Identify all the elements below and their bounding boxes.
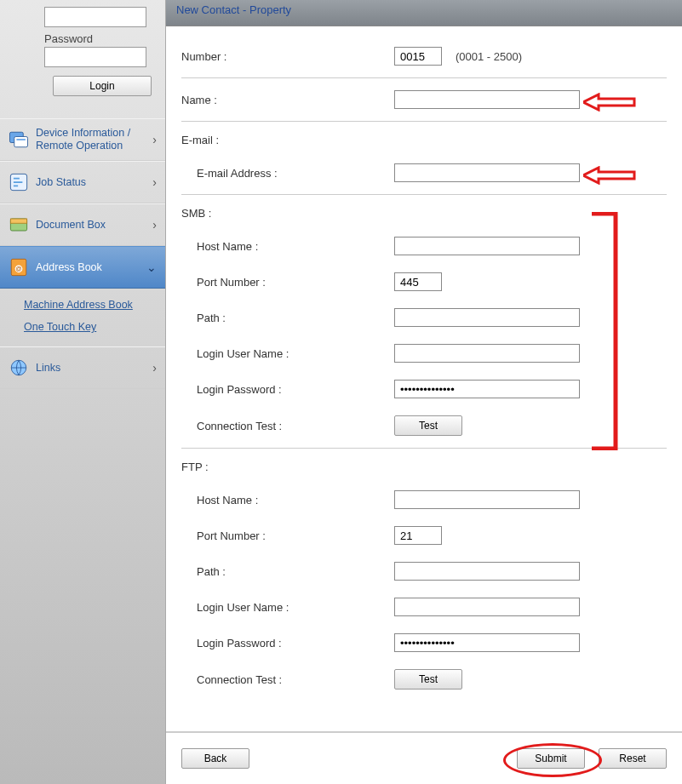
device-info-icon bbox=[7, 128, 31, 152]
sidebar-item-address-book[interactable]: @ Address Book ⌄ bbox=[0, 246, 165, 289]
nav-label-links: Links bbox=[36, 362, 152, 375]
reset-button[interactable]: Reset bbox=[599, 748, 667, 769]
email-section-label: E-mail : bbox=[181, 134, 394, 146]
subnav-one-touch-key[interactable]: One Touch Key bbox=[24, 316, 165, 338]
ftp-password-label: Login Password : bbox=[181, 637, 394, 650]
smb-path-label: Path : bbox=[181, 312, 394, 324]
smb-section-label: SMB : bbox=[181, 207, 394, 220]
chevron-right-icon: › bbox=[152, 175, 157, 189]
email-address-input[interactable] bbox=[394, 163, 580, 182]
form-wrap: Number : (0001 - 2500) Name : E-mail : E… bbox=[166, 26, 682, 731]
document-box-icon bbox=[7, 213, 31, 237]
submit-button[interactable]: Submit bbox=[517, 748, 585, 769]
row-ftp-host: Host Name : bbox=[181, 482, 667, 518]
row-ftp-user: Login User Name : bbox=[181, 589, 667, 625]
chevron-down-icon: ⌄ bbox=[146, 260, 157, 274]
main-panel: New Contact - Property Number : (0001 - … bbox=[165, 0, 682, 784]
smb-user-input[interactable] bbox=[394, 344, 580, 363]
number-range: (0001 - 2500) bbox=[456, 50, 522, 63]
nav-label-job-status: Job Status bbox=[36, 176, 152, 189]
subnav-machine-address-book[interactable]: Machine Address Book bbox=[24, 294, 165, 316]
section-ftp: FTP : bbox=[181, 452, 667, 482]
smb-host-label: Host Name : bbox=[181, 240, 394, 253]
ftp-user-input[interactable] bbox=[394, 598, 580, 616]
row-ftp-password: Login Password : bbox=[181, 625, 667, 661]
number-input[interactable] bbox=[394, 47, 442, 66]
row-number: Number : (0001 - 2500) bbox=[181, 38, 667, 74]
address-book-icon: @ bbox=[7, 255, 31, 279]
sidebar-item-links[interactable]: Links › bbox=[0, 346, 165, 389]
smb-password-input[interactable] bbox=[394, 380, 580, 398]
number-label: Number : bbox=[181, 50, 394, 63]
nav-label-address-book: Address Book bbox=[36, 261, 146, 274]
app-root: Password Login Device Information / Remo… bbox=[0, 0, 682, 784]
name-input[interactable] bbox=[394, 90, 580, 109]
row-name: Name : bbox=[181, 82, 667, 117]
panel-title: New Contact - Property bbox=[166, 0, 682, 26]
smb-conn-label: Connection Test : bbox=[181, 420, 394, 432]
ftp-host-input[interactable] bbox=[394, 490, 580, 509]
row-smb-conn-test: Connection Test : Test bbox=[181, 407, 667, 444]
sidebar: Password Login Device Information / Remo… bbox=[0, 0, 165, 784]
separator bbox=[181, 77, 667, 78]
svg-text:@: @ bbox=[16, 266, 22, 272]
row-smb-port: Port Number : bbox=[181, 264, 667, 300]
svg-rect-1 bbox=[14, 137, 28, 147]
row-smb-user: Login User Name : bbox=[181, 335, 667, 371]
ftp-host-label: Host Name : bbox=[181, 494, 394, 506]
ftp-port-input[interactable] bbox=[394, 526, 442, 545]
ftp-password-input[interactable] bbox=[394, 633, 580, 652]
links-icon bbox=[7, 356, 31, 380]
ftp-path-input[interactable] bbox=[394, 562, 580, 581]
nav-label-document-box: Document Box bbox=[36, 219, 152, 232]
ftp-conn-label: Connection Test : bbox=[181, 673, 394, 686]
ftp-test-button[interactable]: Test bbox=[394, 669, 462, 690]
svg-rect-5 bbox=[10, 219, 26, 223]
section-email: E-mail : bbox=[181, 125, 667, 155]
row-ftp-path: Path : bbox=[181, 553, 667, 589]
nav: Device Information / Remote Operation › … bbox=[0, 118, 165, 389]
panel-title-text: New Contact - Property bbox=[176, 3, 291, 16]
ftp-port-label: Port Number : bbox=[181, 529, 394, 542]
login-button[interactable]: Login bbox=[53, 76, 152, 96]
row-smb-password: Login Password : bbox=[181, 371, 667, 407]
row-email-address: E-mail Address : bbox=[181, 155, 667, 191]
username-input[interactable] bbox=[44, 7, 146, 27]
smb-port-label: Port Number : bbox=[181, 276, 394, 289]
separator bbox=[181, 194, 667, 195]
svg-rect-2 bbox=[16, 139, 26, 140]
chevron-right-icon: › bbox=[152, 218, 157, 232]
chevron-right-icon: › bbox=[152, 133, 157, 146]
back-button[interactable]: Back bbox=[181, 748, 249, 769]
row-ftp-port: Port Number : bbox=[181, 518, 667, 553]
footer: Back Submit Reset bbox=[166, 731, 682, 784]
smb-port-input[interactable] bbox=[394, 272, 442, 291]
email-address-label: E-mail Address : bbox=[181, 167, 394, 180]
job-status-icon bbox=[7, 170, 31, 194]
address-book-subnav: Machine Address Book One Touch Key bbox=[0, 289, 165, 346]
sidebar-item-document-box[interactable]: Document Box › bbox=[0, 203, 165, 246]
row-ftp-conn-test: Connection Test : Test bbox=[181, 661, 667, 698]
smb-user-label: Login User Name : bbox=[181, 347, 394, 360]
separator bbox=[181, 121, 667, 122]
smb-host-input[interactable] bbox=[394, 237, 580, 255]
sidebar-item-device-info[interactable]: Device Information / Remote Operation › bbox=[0, 118, 165, 161]
chevron-right-icon: › bbox=[152, 361, 157, 375]
name-label: Name : bbox=[181, 94, 394, 106]
smb-password-label: Login Password : bbox=[181, 383, 394, 396]
ftp-path-label: Path : bbox=[181, 565, 394, 578]
ftp-section-label: FTP : bbox=[181, 461, 394, 473]
smb-test-button[interactable]: Test bbox=[394, 415, 462, 436]
sidebar-item-job-status[interactable]: Job Status › bbox=[0, 161, 165, 203]
footer-right: Submit Reset bbox=[517, 748, 667, 769]
row-smb-host: Host Name : bbox=[181, 228, 667, 264]
section-smb: SMB : bbox=[181, 198, 667, 228]
smb-path-input[interactable] bbox=[394, 308, 580, 327]
password-input[interactable] bbox=[44, 47, 146, 67]
login-block: Password Login bbox=[0, 0, 165, 106]
row-smb-path: Path : bbox=[181, 300, 667, 335]
password-label: Password bbox=[44, 32, 158, 45]
ftp-user-label: Login User Name : bbox=[181, 601, 394, 614]
separator bbox=[181, 448, 667, 449]
nav-label-device-info: Device Information / Remote Operation bbox=[36, 127, 152, 152]
